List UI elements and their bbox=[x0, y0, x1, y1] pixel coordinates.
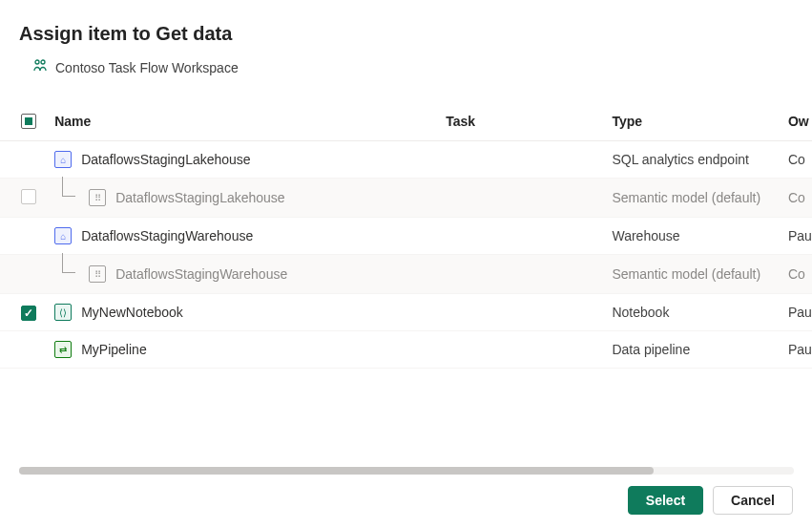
table-row[interactable]: ⟨⟩ MyNewNotebook NotebookPau bbox=[0, 294, 812, 331]
row-checkbox[interactable] bbox=[21, 306, 36, 321]
type-cell: Data pipeline bbox=[604, 331, 781, 369]
column-header-task[interactable]: Task bbox=[438, 101, 604, 141]
task-cell bbox=[438, 179, 604, 218]
table-row[interactable]: ⇄ MyPipeline Data pipelinePau bbox=[0, 331, 812, 369]
task-cell bbox=[438, 294, 604, 331]
owner-cell: Pau bbox=[781, 218, 812, 255]
owner-cell: Pau bbox=[781, 331, 812, 369]
owner-cell: Co bbox=[781, 179, 812, 218]
tree-connector-icon bbox=[56, 188, 79, 207]
owner-cell: Co bbox=[781, 255, 812, 294]
dialog-title: Assign item to Get data bbox=[19, 23, 793, 45]
cancel-button[interactable]: Cancel bbox=[713, 486, 793, 515]
column-header-owner[interactable]: Ow bbox=[781, 101, 812, 141]
notebook-icon: ⟨⟩ bbox=[54, 304, 72, 321]
select-all-checkbox[interactable] bbox=[21, 114, 36, 129]
table-row[interactable]: ⌂ DataflowsStagingLakehouse SQL analytic… bbox=[0, 141, 812, 179]
task-cell bbox=[438, 218, 604, 255]
model-icon: ⠿ bbox=[89, 265, 106, 283]
model-icon: ⠿ bbox=[89, 189, 106, 206]
items-table: Name Task Type Ow ⌂ DataflowsStagingLake… bbox=[0, 101, 812, 369]
workspace-name: Contoso Task Flow Workspace bbox=[55, 60, 239, 75]
column-header-type[interactable]: Type bbox=[604, 101, 781, 141]
svg-point-1 bbox=[41, 60, 45, 64]
table-row[interactable]: ⠿ DataflowsStagingLakehouse Semantic mod… bbox=[0, 179, 812, 218]
task-cell bbox=[438, 331, 604, 369]
item-name: DataflowsStagingWarehouse bbox=[81, 228, 253, 243]
table-row[interactable]: ⌂ DataflowsStagingWarehouse WarehousePau bbox=[0, 218, 812, 255]
pipeline-icon: ⇄ bbox=[54, 341, 72, 358]
type-cell: Warehouse bbox=[604, 218, 781, 255]
svg-point-0 bbox=[35, 60, 39, 64]
type-cell: SQL analytics endpoint bbox=[604, 141, 781, 179]
item-name: DataflowsStagingLakehouse bbox=[115, 190, 284, 205]
row-checkbox[interactable] bbox=[21, 189, 36, 204]
horizontal-scrollbar[interactable] bbox=[19, 467, 794, 475]
task-cell bbox=[438, 255, 604, 294]
select-button[interactable]: Select bbox=[628, 486, 703, 515]
column-header-name[interactable]: Name bbox=[47, 101, 438, 141]
item-name: DataflowsStagingLakehouse bbox=[81, 152, 250, 167]
owner-cell: Co bbox=[781, 141, 812, 179]
table-row[interactable]: ⠿ DataflowsStagingWarehouse Semantic mod… bbox=[0, 255, 812, 294]
warehouse-icon: ⌂ bbox=[54, 227, 72, 244]
tree-connector-icon bbox=[56, 264, 79, 284]
owner-cell: Pau bbox=[781, 294, 812, 331]
workspace-icon bbox=[32, 58, 48, 76]
task-cell bbox=[438, 141, 604, 179]
type-cell: Semantic model (default) bbox=[604, 255, 781, 294]
workspace-breadcrumb: Contoso Task Flow Workspace bbox=[19, 58, 793, 76]
type-cell: Semantic model (default) bbox=[604, 179, 781, 218]
item-name: MyNewNotebook bbox=[81, 305, 183, 320]
type-cell: Notebook bbox=[604, 294, 781, 331]
scrollbar-thumb[interactable] bbox=[19, 467, 654, 475]
item-name: MyPipeline bbox=[81, 342, 146, 357]
lakehouse-icon: ⌂ bbox=[54, 151, 72, 168]
item-name: DataflowsStagingWarehouse bbox=[115, 266, 287, 282]
